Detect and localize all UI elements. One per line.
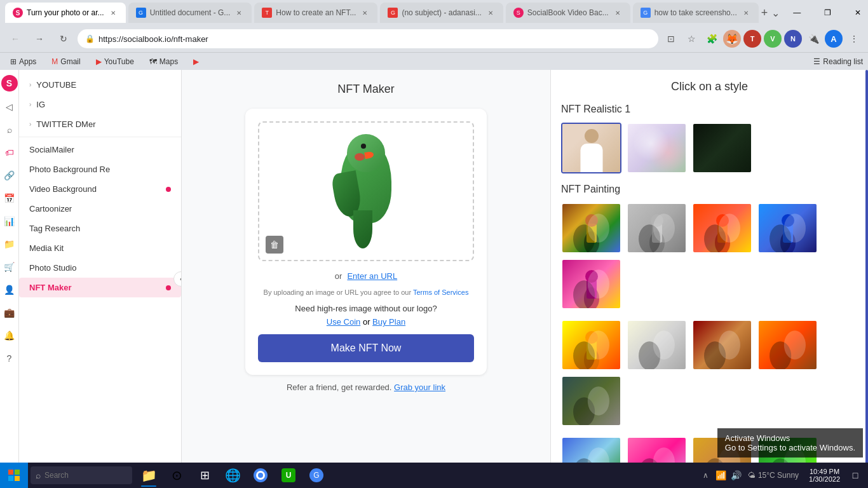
- taskbar-chrome[interactable]: [247, 463, 275, 488]
- taskbar-cortana[interactable]: ⊙: [163, 463, 191, 488]
- upward-arrow-icon[interactable]: ∧: [700, 469, 712, 482]
- network-icon[interactable]: 📶: [715, 469, 728, 482]
- sidebar-briefcase-icon[interactable]: 💼: [2, 305, 17, 320]
- profile-avatar3[interactable]: V: [764, 30, 782, 48]
- profile-avatar2[interactable]: T: [743, 30, 761, 48]
- grab-link[interactable]: Grab your link: [394, 383, 445, 392]
- notification-button[interactable]: □: [848, 463, 863, 488]
- realistic-thumb-2[interactable]: [627, 123, 687, 173]
- sidebar-tag-icon[interactable]: 🏷: [2, 145, 17, 160]
- clock-display[interactable]: 10:49 PM 1/30/2022: [804, 468, 845, 483]
- nav-socialmailer[interactable]: SocialMailer: [19, 140, 181, 159]
- taskbar-search[interactable]: ⌕: [31, 466, 132, 484]
- expand-sidebar-icon[interactable]: ◁: [2, 99, 17, 114]
- tab-3[interactable]: T How to create an NFT... ✕: [254, 3, 377, 23]
- sidebar-bell-icon[interactable]: 🔔: [2, 328, 17, 343]
- sidebar-help-icon[interactable]: ?: [2, 351, 17, 366]
- terms-link[interactable]: Terms of Services: [413, 288, 468, 296]
- volume-icon[interactable]: 🔊: [730, 469, 743, 482]
- nav-youtube[interactable]: › YOUTUBE: [19, 75, 181, 95]
- buy-plan-link[interactable]: Buy Plan: [372, 317, 405, 327]
- svg-rect-4: [652, 224, 662, 243]
- tab2-close[interactable]: ✕: [234, 8, 244, 18]
- tab1-close[interactable]: ✕: [108, 8, 118, 18]
- start-button[interactable]: [0, 463, 28, 488]
- new-tab-button[interactable]: +: [761, 4, 768, 22]
- taskbar-taskview[interactable]: ⊞: [191, 463, 219, 488]
- realistic-thumb-3[interactable]: [692, 123, 752, 173]
- profile-avatar4[interactable]: N: [784, 30, 802, 48]
- use-coin-link[interactable]: Use Coin: [327, 317, 360, 327]
- tab4-close[interactable]: ✕: [485, 8, 496, 18]
- tab3-close[interactable]: ✕: [360, 8, 370, 18]
- nav-cartoonizer[interactable]: Cartoonizer: [19, 199, 181, 219]
- address-bar[interactable]: 🔒 https://socialbook.io/nft-maker: [78, 29, 658, 48]
- taskbar-edge[interactable]: 🌐: [219, 463, 247, 488]
- s-logo[interactable]: S: [1, 75, 18, 92]
- bookmark-yt2[interactable]: ▶: [188, 56, 204, 67]
- bookmark-apps[interactable]: ⊞ Apps: [5, 56, 41, 67]
- enter-url-link[interactable]: Enter an URL: [347, 271, 397, 281]
- profile-avatar1[interactable]: 🦊: [723, 30, 741, 48]
- nav-photo-studio[interactable]: Photo Studio: [19, 258, 181, 278]
- painting-thumb-3[interactable]: [692, 203, 752, 254]
- realistic-thumb-1[interactable]: [561, 123, 621, 173]
- nav-video-bg[interactable]: Video Background: [19, 179, 181, 199]
- extensions-icon[interactable]: 🧩: [703, 30, 721, 48]
- reading-list-button[interactable]: ☰ Reading list: [813, 57, 863, 66]
- sidebar-user-icon[interactable]: 👤: [2, 282, 17, 297]
- taskbar-app6[interactable]: G: [302, 463, 330, 488]
- tab-list-button[interactable]: ⌄: [770, 8, 780, 18]
- nav-twitter[interactable]: › TWITTER DMer: [19, 114, 181, 134]
- bookmark-gmail[interactable]: M Gmail: [46, 56, 85, 67]
- nav-ig[interactable]: › IG: [19, 95, 181, 114]
- sidebar-folder-icon[interactable]: 📁: [2, 236, 17, 252]
- painting-thumb-6[interactable]: [561, 320, 621, 370]
- make-nft-button[interactable]: Make NFT Now: [258, 334, 474, 362]
- cast-icon[interactable]: ⊡: [662, 30, 680, 48]
- restore-button[interactable]: ❐: [813, 3, 841, 23]
- puzzle-icon[interactable]: 🔌: [804, 30, 822, 48]
- painting-thumb-5[interactable]: [561, 259, 621, 309]
- painting-thumb-2[interactable]: [627, 203, 687, 254]
- sidebar-link-icon[interactable]: 🔗: [2, 168, 17, 183]
- nav-media-kit[interactable]: Media Kit: [19, 238, 181, 258]
- upload-box[interactable]: 🗑: [258, 121, 474, 261]
- sidebar-cart-icon[interactable]: 🛒: [2, 259, 17, 274]
- taskbar-upwork[interactable]: U: [275, 463, 302, 488]
- tab-4[interactable]: G (no subject) - adanasi... ✕: [380, 3, 503, 23]
- tab5-close[interactable]: ✕: [613, 8, 623, 18]
- taskbar-search-input[interactable]: [44, 471, 108, 480]
- tab-6[interactable]: G how to take screensho... ✕: [633, 3, 759, 23]
- weather-display[interactable]: 🌤 15°C Sunny: [745, 471, 801, 480]
- painting-thumb-10[interactable]: [561, 376, 621, 426]
- tab-2[interactable]: G Untitled document - G... ✕: [128, 3, 252, 23]
- painting-thumb-7[interactable]: [627, 320, 687, 370]
- forward-button[interactable]: →: [29, 29, 50, 49]
- bookmark-maps[interactable]: 🗺 Maps: [144, 56, 183, 67]
- tab6-close[interactable]: ✕: [741, 8, 751, 18]
- menu-icon[interactable]: ⋮: [845, 30, 863, 48]
- nav-nft-maker[interactable]: NFT Maker: [19, 278, 181, 297]
- painting-thumb-1[interactable]: [561, 203, 621, 254]
- painting-thumb-8[interactable]: [692, 320, 752, 370]
- reload-button[interactable]: ↻: [53, 29, 74, 49]
- minimize-button[interactable]: —: [783, 3, 811, 23]
- back-button[interactable]: ←: [5, 29, 25, 49]
- user-profile[interactable]: A: [825, 30, 843, 48]
- sidebar-calendar-icon[interactable]: 📅: [2, 191, 17, 206]
- bookmark-youtube[interactable]: ▶ YouTube: [91, 56, 139, 67]
- bookmark-icon[interactable]: ☆: [682, 30, 700, 48]
- nav-photo-bg[interactable]: Photo Background Re: [19, 159, 181, 179]
- taskbar-file-explorer[interactable]: 📁: [135, 463, 163, 488]
- tab-1[interactable]: S Turn your photo or ar... ✕: [5, 3, 126, 23]
- close-button[interactable]: ✕: [844, 3, 868, 23]
- painting-thumb-4[interactable]: [757, 203, 818, 254]
- delete-image-button[interactable]: 🗑: [266, 236, 283, 254]
- taskview-icon: ⊞: [200, 468, 210, 482]
- painting-thumb-9[interactable]: [757, 320, 818, 370]
- tab-5[interactable]: S SocialBook Video Bac... ✕: [506, 3, 630, 23]
- sidebar-search-icon[interactable]: ⌕: [2, 122, 17, 137]
- sidebar-analytics-icon[interactable]: 📊: [2, 214, 17, 229]
- nav-tag-research[interactable]: Tag Research: [19, 219, 181, 238]
